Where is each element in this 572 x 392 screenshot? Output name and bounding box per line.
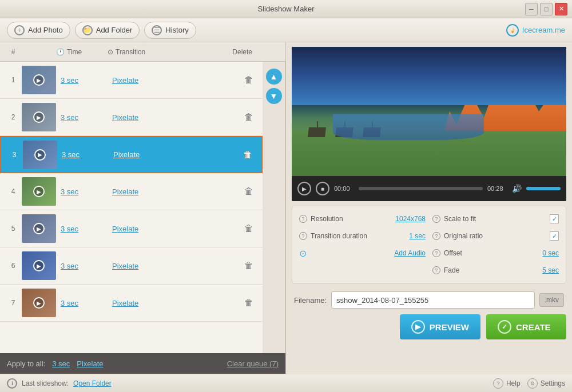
resolution-value[interactable]: 1024x768 xyxy=(395,215,426,223)
slide-transition[interactable]: Pixelate xyxy=(112,299,138,307)
slide-number: 5 xyxy=(5,225,22,233)
close-button[interactable]: ✕ xyxy=(555,3,567,15)
slide-row[interactable]: 4 ▶ 3 sec Pixelate 🗑 xyxy=(0,173,263,210)
apply-transition[interactable]: Pixelate xyxy=(77,359,103,368)
video-scene xyxy=(292,47,566,176)
transition-duration-label: Transition duration xyxy=(311,232,367,240)
history-button[interactable]: ☰ History xyxy=(144,22,196,39)
add-folder-button[interactable]: 📁 Add Folder xyxy=(75,22,140,39)
video-preview: ▶ ■ 00:00 00:28 🔊 xyxy=(292,47,566,201)
settings-panel: ? Resolution 1024x768 ? Transition durat… xyxy=(292,206,566,283)
offset-label: Offset xyxy=(444,249,462,257)
slide-list: 1 ▶ 3 sec Pixelate 🗑 2 ▶ 3 sec Pixelate … xyxy=(0,62,263,353)
slide-row[interactable]: 1 ▶ 3 sec Pixelate 🗑 xyxy=(0,62,263,99)
add-folder-icon: 📁 xyxy=(82,25,93,35)
minimize-button[interactable]: ─ xyxy=(525,3,538,15)
delete-button[interactable]: 🗑 xyxy=(244,261,258,271)
original-ratio-help-icon[interactable]: ? xyxy=(432,232,440,240)
delete-button[interactable]: 🗑 xyxy=(244,75,258,85)
slide-thumbnail: ▶ xyxy=(22,214,56,243)
slide-row[interactable]: 6 ▶ 3 sec Pixelate 🗑 xyxy=(0,247,263,285)
slide-number: 2 xyxy=(5,113,22,121)
maximize-button[interactable]: □ xyxy=(540,3,553,15)
delete-button[interactable]: 🗑 xyxy=(243,150,257,160)
slide-thumbnail: ▶ xyxy=(22,289,56,317)
last-slideshow-label: Last slideshow: xyxy=(22,379,69,387)
delete-button[interactable]: 🗑 xyxy=(244,112,258,122)
volume-icon[interactable]: 🔊 xyxy=(512,184,522,193)
slide-transition[interactable]: Pixelate xyxy=(112,225,138,233)
thumb-play-icon: ▶ xyxy=(33,297,45,309)
resolution-help-icon[interactable]: ? xyxy=(299,215,307,223)
slide-thumbnail: ▶ xyxy=(22,177,56,206)
scale-to-fit-row: ? Scale to fit ✓ xyxy=(432,212,559,226)
fade-value[interactable]: 5 sec xyxy=(542,266,559,274)
settings-button[interactable]: ⚙ Settings xyxy=(527,378,565,389)
settings-icon: ⚙ xyxy=(527,378,538,389)
help-button[interactable]: ? Help xyxy=(493,378,521,389)
bottom-right-actions: ? Help ⚙ Settings xyxy=(493,378,565,389)
slide-transition[interactable]: Pixelate xyxy=(112,187,138,196)
preview-icon: ▶ xyxy=(411,320,425,334)
progress-bar[interactable] xyxy=(359,187,483,190)
slide-row[interactable]: 3 ▶ 3 sec Pixelate 🗑 xyxy=(0,136,263,173)
time-current: 00:00 xyxy=(334,185,354,192)
slide-row[interactable]: 7 ▶ 3 sec Pixelate 🗑 xyxy=(0,285,263,322)
filename-input[interactable] xyxy=(331,291,535,309)
move-down-button[interactable]: ▼ xyxy=(266,88,282,104)
transition-duration-row: ? Transition duration 1 sec xyxy=(299,229,426,243)
scale-to-fit-help-icon[interactable]: ? xyxy=(432,215,440,223)
open-folder-link[interactable]: Open Folder xyxy=(73,379,112,387)
slide-transition[interactable]: Pixelate xyxy=(112,262,138,270)
clear-queue-button[interactable]: Clear queue (7) xyxy=(227,359,279,368)
play-button[interactable]: ▶ xyxy=(297,182,311,195)
transition-icon: ⊙ xyxy=(108,48,113,56)
brand-area: 🍦 Icecream.me xyxy=(506,24,565,37)
offset-help-icon[interactable]: ? xyxy=(432,249,440,257)
slide-time[interactable]: 3 sec xyxy=(61,299,78,307)
offset-value[interactable]: 0 sec xyxy=(542,249,559,257)
delete-button[interactable]: 🗑 xyxy=(244,298,258,308)
delete-button[interactable]: 🗑 xyxy=(244,223,258,234)
resolution-row: ? Resolution 1024x768 xyxy=(299,212,426,226)
slide-time[interactable]: 3 sec xyxy=(61,187,78,196)
scale-to-fit-checkbox[interactable]: ✓ xyxy=(550,214,559,223)
slide-row[interactable]: 2 ▶ 3 sec Pixelate 🗑 xyxy=(0,99,263,136)
create-button[interactable]: ✓ CREATE xyxy=(486,314,566,339)
slide-row[interactable]: 5 ▶ 3 sec Pixelate 🗑 xyxy=(0,210,263,247)
delete-button[interactable]: 🗑 xyxy=(244,186,258,197)
slide-time[interactable]: 3 sec xyxy=(61,262,78,270)
fade-row: ? Fade 5 sec xyxy=(432,263,559,277)
slide-transition[interactable]: Pixelate xyxy=(112,113,138,122)
apply-time[interactable]: 3 sec xyxy=(52,359,70,368)
thumb-play-icon: ▶ xyxy=(33,186,45,197)
add-audio-button[interactable]: Add Audio xyxy=(394,249,426,257)
slide-transition[interactable]: Pixelate xyxy=(112,76,138,85)
original-ratio-checkbox[interactable]: ✓ xyxy=(550,231,559,241)
slide-thumbnail: ▶ xyxy=(22,66,56,94)
thumb-play-icon: ▶ xyxy=(33,111,45,123)
slide-time[interactable]: 3 sec xyxy=(61,113,78,122)
slide-time[interactable]: 3 sec xyxy=(61,76,78,85)
slide-thumbnail: ▶ xyxy=(22,103,56,131)
transition-duration-help-icon[interactable]: ? xyxy=(299,232,307,240)
filename-label: Filename: xyxy=(294,296,327,305)
fade-help-icon[interactable]: ? xyxy=(432,266,440,274)
slide-number: 7 xyxy=(5,299,22,307)
slide-time[interactable]: 3 sec xyxy=(61,225,78,233)
add-photo-button[interactable]: + Add Photo xyxy=(7,22,70,39)
stop-button[interactable]: ■ xyxy=(316,182,329,195)
volume-bar[interactable] xyxy=(526,187,561,190)
thumb-play-icon: ▶ xyxy=(33,260,45,271)
status-bar: ℹ Last slideshow: Open Folder ? Help ⚙ S… xyxy=(0,374,572,392)
add-audio-back-icon[interactable]: ⊙ xyxy=(299,248,307,259)
arrow-panel: ▲ ▼ xyxy=(263,62,285,353)
slide-time[interactable]: 3 sec xyxy=(62,150,80,159)
table-header: # 🕐 Time ⊙ Transition Delete xyxy=(0,42,285,62)
history-icon: ☰ xyxy=(152,25,162,35)
filename-extension: .mkv xyxy=(539,293,564,307)
preview-button[interactable]: ▶ PREVIEW xyxy=(400,314,480,339)
move-up-button[interactable]: ▲ xyxy=(266,69,282,85)
transition-duration-value[interactable]: 1 sec xyxy=(409,232,426,240)
slide-transition[interactable]: Pixelate xyxy=(113,150,140,159)
